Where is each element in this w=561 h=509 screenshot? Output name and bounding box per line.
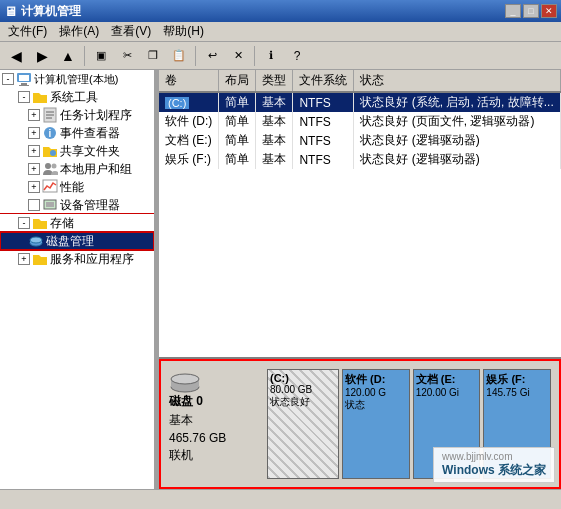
cell-layout: 简单 <box>219 131 256 150</box>
event-viewer-expand[interactable]: + <box>28 127 40 139</box>
toolbar-sep2 <box>195 46 196 66</box>
toolbar-show-hide[interactable]: ▣ <box>89 45 113 67</box>
table-row[interactable]: 文档 (E:)简单基本NTFS状态良好 (逻辑驱动器) <box>159 131 561 150</box>
cell-layout: 简单 <box>219 150 256 169</box>
col-status[interactable]: 状态 <box>354 70 561 92</box>
sidebar: - 计算机管理(本地) - 系统工具 + <box>0 70 155 489</box>
system-tools-expand[interactable]: - <box>18 91 30 103</box>
title-bar: 🖥 计算机管理 _ □ ✕ <box>0 0 561 22</box>
table-row[interactable]: 软件 (D:)简单基本NTFS状态良好 (页面文件, 逻辑驱动器) <box>159 112 561 131</box>
menu-file[interactable]: 文件(F) <box>2 21 53 42</box>
sidebar-storage[interactable]: - 存储 <box>0 214 154 232</box>
sidebar-services[interactable]: + 服务和应用程序 <box>0 250 154 268</box>
task-scheduler-expand[interactable]: + <box>28 109 40 121</box>
partition-1[interactable]: (C:)80.00 GB状态良好 <box>267 369 339 479</box>
svg-point-18 <box>30 237 42 243</box>
partition-size: 120.00 Gi <box>416 387 478 398</box>
window-chrome: 🖥 计算机管理 _ □ ✕ 文件(F) 操作(A) 查看(V) 帮助(H) ◀ … <box>0 0 561 70</box>
close-button[interactable]: ✕ <box>541 4 557 18</box>
toolbar-paste[interactable]: 📋 <box>167 45 191 67</box>
sidebar-shared-folders[interactable]: + 共享文件夹 <box>0 142 154 160</box>
shared-folder-icon <box>42 143 58 159</box>
sidebar-performance[interactable]: + 性能 <box>0 178 154 196</box>
svg-point-12 <box>52 164 57 169</box>
title-icon: 🖥 <box>4 4 17 19</box>
cell-volume: (C:) <box>159 92 219 112</box>
partition-2[interactable]: 软件 (D:120.00 G状态 <box>342 369 410 479</box>
cell-layout: 简单 <box>219 112 256 131</box>
sidebar-local-users[interactable]: + 本地用户和组 <box>0 160 154 178</box>
table-row[interactable]: (C:)简单基本NTFS状态良好 (系统, 启动, 活动, 故障转... <box>159 92 561 112</box>
partition-size: 80.00 GB <box>270 384 336 395</box>
menu-action[interactable]: 操作(A) <box>53 21 105 42</box>
shared-expand[interactable]: + <box>28 145 40 157</box>
sidebar-task-scheduler[interactable]: + 任务计划程序 <box>0 106 154 124</box>
toolbar-help[interactable]: ? <box>285 45 309 67</box>
sidebar-disk-management[interactable]: 磁盘管理 <box>0 232 154 250</box>
performance-icon <box>42 179 58 195</box>
menu-help[interactable]: 帮助(H) <box>157 21 210 42</box>
toolbar-undo[interactable]: ↩ <box>200 45 224 67</box>
col-type[interactable]: 类型 <box>256 70 293 92</box>
storage-label: 存储 <box>50 215 74 232</box>
toolbar-back[interactable]: ◀ <box>4 45 28 67</box>
event-viewer-label: 事件查看器 <box>60 125 120 142</box>
cell-volume: 软件 (D:) <box>159 112 219 131</box>
svg-rect-15 <box>46 202 54 207</box>
menu-view[interactable]: 查看(V) <box>105 21 157 42</box>
storage-expand[interactable]: - <box>18 217 30 229</box>
sidebar-device-manager[interactable]: 设备管理器 <box>0 196 154 214</box>
disk-table[interactable]: 卷 布局 类型 文件系统 状态 (C:)简单基本NTFS状态良好 (系统, 启动… <box>159 70 561 359</box>
users-expand[interactable]: + <box>28 163 40 175</box>
window-title: 计算机管理 <box>21 3 81 20</box>
watermark-text: Windows 系统之家 <box>442 462 546 479</box>
partition-label: 文档 (E: <box>416 372 478 387</box>
table-row[interactable]: 娱乐 (F:)简单基本NTFS状态良好 (逻辑驱动器) <box>159 150 561 169</box>
shared-folders-label: 共享文件夹 <box>60 143 120 160</box>
root-expand[interactable]: - <box>2 73 14 85</box>
watermark: www.bjjmlv.com Windows 系统之家 <box>433 447 555 483</box>
disk-map: 磁盘 0 基本 465.76 GB 联机 (C:)80.00 GB状态良好软件 … <box>159 359 561 489</box>
cell-type: 基本 <box>256 92 293 112</box>
disk-mgmt-icon <box>28 233 44 249</box>
toolbar-properties[interactable]: ℹ <box>259 45 283 67</box>
sidebar-system-tools[interactable]: - 系统工具 <box>0 88 154 106</box>
sidebar-event-viewer[interactable]: + i 事件查看器 <box>0 124 154 142</box>
partition-size: 145.75 Gi <box>486 387 548 398</box>
task-icon <box>42 107 58 123</box>
svg-rect-13 <box>43 180 57 192</box>
col-volume[interactable]: 卷 <box>159 70 219 92</box>
col-layout[interactable]: 布局 <box>219 70 256 92</box>
toolbar-copy[interactable]: ❐ <box>141 45 165 67</box>
right-panel: 卷 布局 类型 文件系统 状态 (C:)简单基本NTFS状态良好 (系统, 启动… <box>159 70 561 489</box>
system-tools-label: 系统工具 <box>50 89 98 106</box>
disk-icon <box>169 369 201 393</box>
folder-icon <box>32 89 48 105</box>
title-bar-buttons[interactable]: _ □ ✕ <box>505 4 557 18</box>
maximize-button[interactable]: □ <box>523 4 539 18</box>
cell-volume: 文档 (E:) <box>159 131 219 150</box>
volume-badge: (C:) <box>165 97 189 109</box>
services-expand[interactable]: + <box>18 253 30 265</box>
cell-filesystem: NTFS <box>293 92 354 112</box>
svg-text:i: i <box>49 128 52 139</box>
svg-rect-3 <box>19 85 29 86</box>
local-users-label: 本地用户和组 <box>60 161 132 178</box>
partition-status: 状态良好 <box>270 395 336 409</box>
toolbar-up[interactable]: ▲ <box>56 45 80 67</box>
cell-filesystem: NTFS <box>293 150 354 169</box>
cell-type: 基本 <box>256 150 293 169</box>
toolbar-cut[interactable]: ✂ <box>115 45 139 67</box>
svg-point-11 <box>45 163 51 169</box>
perf-expand[interactable]: + <box>28 181 40 193</box>
col-filesystem[interactable]: 文件系统 <box>293 70 354 92</box>
partition-size: 120.00 G <box>345 387 407 398</box>
toolbar-delete[interactable]: ✕ <box>226 45 250 67</box>
sidebar-root[interactable]: - 计算机管理(本地) <box>0 70 154 88</box>
minimize-button[interactable]: _ <box>505 4 521 18</box>
svg-rect-2 <box>21 83 27 85</box>
partition-label: 软件 (D: <box>345 372 407 387</box>
device-expand[interactable] <box>28 199 40 211</box>
disk-size: 465.76 GB <box>169 431 259 445</box>
toolbar-forward[interactable]: ▶ <box>30 45 54 67</box>
